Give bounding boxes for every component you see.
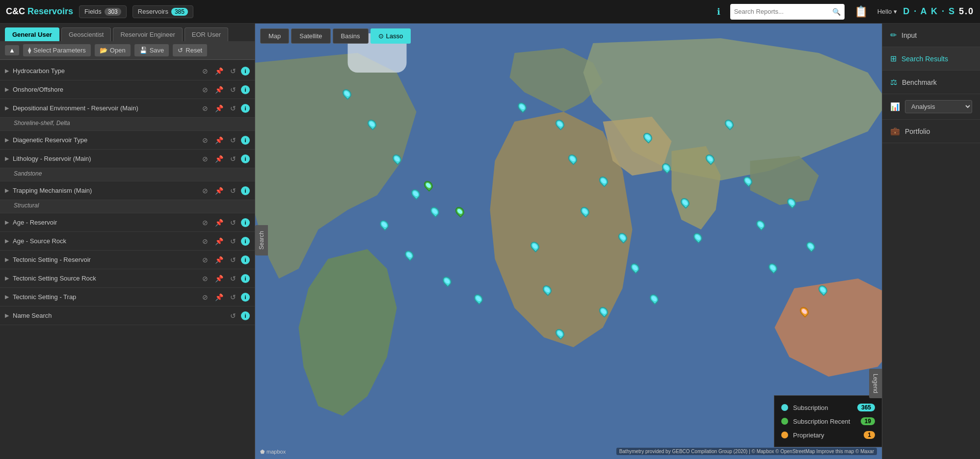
filter-info-btn[interactable]: i bbox=[241, 154, 250, 163]
reservoirs-nav[interactable]: Reservoirs 385 bbox=[132, 5, 193, 18]
app-logo: C&C Reservoirs bbox=[6, 6, 73, 17]
filter-tectonic-source-rock[interactable]: ▶ Tectonic Setting Source Rock ⊘ 📌 ↺ i bbox=[0, 269, 255, 288]
filter-tectonic-reservoir[interactable]: ▶ Tectonic Setting - Reservoir ⊘ 📌 ↺ i bbox=[0, 251, 255, 269]
tab-reservoir-engineer[interactable]: Reservoir Engineer bbox=[113, 27, 182, 41]
filter-reset-btn[interactable]: ↺ bbox=[228, 186, 238, 196]
chevron-icon: ▶ bbox=[5, 275, 9, 281]
filter-age-source-rock[interactable]: ▶ Age - Source Rock ⊘ 📌 ↺ i bbox=[0, 232, 255, 251]
filter-pin-btn[interactable]: 📌 bbox=[213, 274, 225, 283]
filter-clear-btn[interactable]: ⊘ bbox=[200, 135, 210, 145]
filter-actions: ⊘ 📌 ↺ i bbox=[200, 186, 250, 196]
menu-item-input[interactable]: ✏ Input bbox=[882, 24, 980, 47]
filter-clear-btn[interactable]: ⊘ bbox=[200, 274, 210, 283]
filter-reset-btn[interactable]: ↺ bbox=[228, 85, 238, 95]
menu-item-benchmark[interactable]: ⚖ Benchmark bbox=[882, 71, 980, 94]
filter-info-btn[interactable]: i bbox=[241, 67, 250, 76]
search-button[interactable]: 🔍 bbox=[832, 8, 841, 16]
reset-label: Reset bbox=[185, 47, 202, 54]
reset-button[interactable]: ↺ Reset bbox=[173, 44, 207, 56]
filter-age-reservoir[interactable]: ▶ Age - Reservoir ⊘ 📌 ↺ i bbox=[0, 213, 255, 232]
legend-collapse-wrapper: Legend bbox=[869, 369, 882, 400]
filter-actions: ⊘ 📌 ↺ i bbox=[200, 292, 250, 302]
filter-clear-btn[interactable]: ⊘ bbox=[200, 186, 210, 196]
filter-reset-btn[interactable]: ↺ bbox=[228, 311, 238, 321]
filter-label: Tectonic Setting Source Rock bbox=[13, 275, 200, 282]
info-button[interactable]: ℹ bbox=[713, 4, 724, 19]
filter-lithology[interactable]: ▶ Lithology - Reservoir (Main) ⊘ 📌 ↺ i bbox=[0, 150, 255, 168]
filter-clear-btn[interactable]: ⊘ bbox=[200, 292, 210, 302]
filter-reset-btn[interactable]: ↺ bbox=[228, 103, 238, 113]
filter-clear-btn[interactable]: ⊘ bbox=[200, 103, 210, 113]
filter-info-btn[interactable]: i bbox=[241, 255, 250, 264]
filter-info-btn[interactable]: i bbox=[241, 218, 250, 227]
map-tab-satellite[interactable]: Satellite bbox=[291, 28, 330, 44]
filter-clear-btn[interactable]: ⊘ bbox=[200, 85, 210, 95]
search-tab-button[interactable]: Search bbox=[255, 225, 268, 255]
filter-clear-btn[interactable]: ⊘ bbox=[200, 154, 210, 164]
menu-item-portfolio[interactable]: 💼 Portfolio bbox=[882, 120, 980, 143]
menu-item-search-results[interactable]: ⊞ Search Results bbox=[882, 47, 980, 71]
filter-info-btn[interactable]: i bbox=[241, 104, 250, 113]
filter-pin-btn[interactable]: 📌 bbox=[213, 218, 225, 228]
map-tab-map[interactable]: Map bbox=[260, 28, 289, 44]
collapse-button[interactable]: ▲ bbox=[5, 45, 19, 55]
open-icon: 📂 bbox=[100, 47, 107, 54]
filter-pin-btn[interactable]: 📌 bbox=[213, 85, 225, 95]
filter-info-btn[interactable]: i bbox=[241, 293, 250, 302]
tab-geoscientist[interactable]: Geoscientist bbox=[61, 27, 111, 41]
filter-pin-btn[interactable]: 📌 bbox=[213, 135, 225, 145]
legend-collapse-button[interactable]: Legend bbox=[869, 369, 882, 398]
reports-icon[interactable]: 📋 bbox=[850, 5, 872, 18]
reservoirs-label: Reservoirs bbox=[138, 8, 168, 15]
filter-info-btn[interactable]: i bbox=[241, 136, 250, 145]
search-results-icon: ⊞ bbox=[890, 54, 897, 63]
tab-general-user[interactable]: General User bbox=[5, 27, 59, 41]
filter-clear-btn[interactable]: ⊘ bbox=[200, 218, 210, 228]
filter-info-btn[interactable]: i bbox=[241, 274, 250, 283]
filter-hydrocarbon-type[interactable]: ▶ Hydrocarbon Type ⊘ 📌 ↺ i bbox=[0, 62, 255, 80]
filter-name-search[interactable]: ▶ Name Search ↺ i bbox=[0, 306, 255, 325]
hello-button[interactable]: Hello ▾ bbox=[877, 8, 898, 15]
filter-info-btn[interactable]: i bbox=[241, 186, 250, 195]
filter-info-btn[interactable]: i bbox=[241, 85, 250, 94]
filter-info-btn[interactable]: i bbox=[241, 237, 250, 246]
select-params-button[interactable]: ⧫ Select Parameters bbox=[23, 44, 91, 56]
filter-onshore-offshore[interactable]: ▶ Onshore/Offshore ⊘ 📌 ↺ i bbox=[0, 80, 255, 99]
filter-reset-btn[interactable]: ↺ bbox=[228, 218, 238, 228]
filter-reset-btn[interactable]: ↺ bbox=[228, 274, 238, 283]
filter-pin-btn[interactable]: 📌 bbox=[213, 154, 225, 164]
filter-reset-btn[interactable]: ↺ bbox=[228, 135, 238, 145]
open-button[interactable]: 📂 Open bbox=[95, 44, 131, 56]
fields-nav[interactable]: Fields 303 bbox=[79, 5, 127, 18]
filter-pin-btn[interactable]: 📌 bbox=[213, 236, 225, 246]
proprietary-count: 1 bbox=[864, 431, 875, 439]
filter-clear-btn[interactable]: ⊘ bbox=[200, 66, 210, 76]
filter-pin-btn[interactable]: 📌 bbox=[213, 186, 225, 196]
filter-reset-btn[interactable]: ↺ bbox=[228, 255, 238, 265]
depositional-value: Shoreline-shelf, Delta bbox=[0, 118, 255, 131]
filter-pin-btn[interactable]: 📌 bbox=[213, 255, 225, 265]
filter-depositional-environment[interactable]: ▶ Depositional Environment - Reservoir (… bbox=[0, 99, 255, 118]
filter-reset-btn[interactable]: ↺ bbox=[228, 154, 238, 164]
map-tab-lasso[interactable]: ⊙ Lasso bbox=[371, 28, 411, 44]
tab-eor-user[interactable]: EOR User bbox=[185, 27, 228, 41]
save-button[interactable]: 💾 Save bbox=[134, 44, 169, 56]
filter-pin-btn[interactable]: 📌 bbox=[213, 292, 225, 302]
filter-diagenetic[interactable]: ▶ Diagenetic Reservoir Type ⊘ 📌 ↺ i bbox=[0, 131, 255, 150]
portfolio-label: Portfolio bbox=[905, 128, 930, 135]
filter-pin-btn[interactable]: 📌 bbox=[213, 66, 225, 76]
map-area[interactable]: Search bbox=[255, 24, 882, 459]
filter-label: Depositional Environment - Reservoir (Ma… bbox=[13, 104, 200, 112]
filter-clear-btn[interactable]: ⊘ bbox=[200, 236, 210, 246]
filter-reset-btn[interactable]: ↺ bbox=[228, 66, 238, 76]
filter-pin-btn[interactable]: 📌 bbox=[213, 103, 225, 113]
map-tab-basins[interactable]: Basins bbox=[333, 28, 369, 44]
filter-reset-btn[interactable]: ↺ bbox=[228, 236, 238, 246]
analysis-select[interactable]: Analysis Cross Plot Statistics bbox=[905, 100, 972, 113]
filter-reset-btn[interactable]: ↺ bbox=[228, 292, 238, 302]
filter-info-btn[interactable]: i bbox=[241, 311, 250, 320]
filter-tectonic-trap[interactable]: ▶ Tectonic Setting - Trap ⊘ 📌 ↺ i bbox=[0, 288, 255, 306]
filter-clear-btn[interactable]: ⊘ bbox=[200, 255, 210, 265]
filter-trapping-mechanism[interactable]: ▶ Trapping Mechanism (Main) ⊘ 📌 ↺ i bbox=[0, 181, 255, 200]
search-input[interactable] bbox=[734, 8, 832, 15]
